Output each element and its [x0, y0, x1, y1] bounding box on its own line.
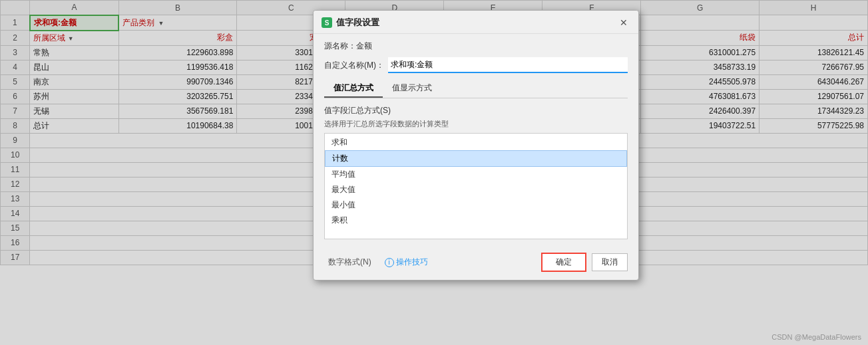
dialog-close-button[interactable]: ✕ — [617, 16, 630, 29]
section-label: 值字段汇总方式(S) — [324, 105, 628, 116]
list-item-min[interactable]: 最小值 — [325, 197, 627, 213]
list-item-product[interactable]: 乘积 — [325, 213, 627, 228]
summary-type-list[interactable]: 求和 计数 平均值 最大值 最小值 乘积 — [324, 133, 628, 239]
confirm-button[interactable]: 确定 — [541, 253, 586, 272]
dialog-title: S 值字段设置 — [322, 17, 379, 29]
cancel-button[interactable]: 取消 — [592, 253, 628, 271]
custom-name-input[interactable] — [388, 57, 628, 73]
number-format-button[interactable]: 数字格式(N) — [324, 254, 375, 271]
dialog-tabs: 值汇总方式 值显示方式 — [324, 80, 628, 98]
wps-icon: S — [322, 17, 332, 28]
list-item-average[interactable]: 平均值 — [325, 167, 627, 182]
tab-value-display[interactable]: 值显示方式 — [383, 80, 441, 98]
custom-name-label: 自定义名称(M)： — [324, 60, 384, 71]
source-name-row: 源名称： 金额 — [324, 41, 628, 52]
list-item-count[interactable]: 计数 — [325, 150, 627, 167]
dialog-title-bar: S 值字段设置 ✕ — [314, 11, 638, 34]
tips-button[interactable]: i 操作技巧 — [381, 254, 432, 271]
section-sublabel: 选择用于汇总所选字段数据的计算类型 — [324, 119, 628, 129]
source-name-label: 源名称： — [324, 41, 356, 52]
list-item-sum[interactable]: 求和 — [325, 135, 627, 150]
tab-value-summary[interactable]: 值汇总方式 — [324, 80, 383, 98]
tips-icon: i — [385, 258, 394, 267]
dialog-body: 源名称： 金额 自定义名称(M)： 值汇总方式 值显示方式 值字段汇总方式(S)… — [314, 34, 638, 247]
list-item-max[interactable]: 最大值 — [325, 182, 627, 197]
custom-name-row: 自定义名称(M)： — [324, 57, 628, 73]
value-field-settings-dialog: S 值字段设置 ✕ 源名称： 金额 自定义名称(M)： 值汇总方式 值显示方式 … — [313, 10, 639, 281]
dialog-footer: 数字格式(N) i 操作技巧 确定 取消 — [314, 247, 638, 280]
source-name-value: 金额 — [356, 41, 372, 52]
